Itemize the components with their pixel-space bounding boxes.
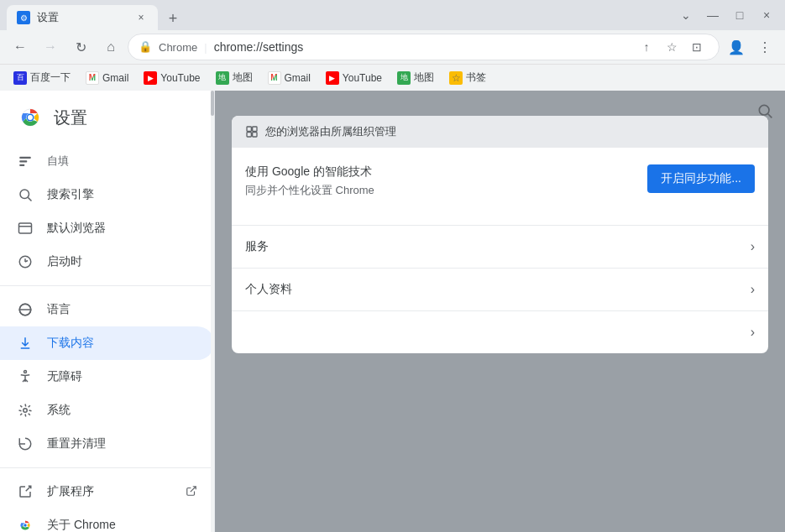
sidebar-item-startup[interactable]: 启动时 [0,245,214,279]
language-icon [17,301,34,318]
bookmark-gmail2-label: Gmail [285,72,311,84]
main-area: 设置 自填 搜索引擎 默认浏览器 [0,91,785,532]
system-label: 系统 [47,403,71,418]
sidebar-item-reset[interactable]: 重置并清理 [0,427,214,461]
autofill-label: 自填 [47,154,69,169]
language-label: 语言 [47,302,71,317]
minimize-button[interactable]: — [701,3,725,27]
sidebar-item-downloads[interactable]: 下载内容 [0,326,214,360]
search-engine-label: 搜索引擎 [47,187,94,202]
reset-icon [17,436,34,452]
sidebar-divider-1 [0,285,214,286]
sync-section: 使用 Google 的智能技术 同步并个性化设置 Chrome 开启同步功能..… [232,148,768,226]
bookmark-maps1-favicon: 地 [216,71,229,85]
bookmark-maps1-label: 地图 [233,70,253,85]
bookmark-maps1[interactable]: 地 地图 [209,67,259,88]
svg-rect-25 [247,133,251,137]
sidebar-item-default-browser[interactable]: 默认浏览器 [0,211,214,245]
bookmark-maps2-label: 地图 [414,70,434,85]
accessibility-icon [17,368,34,385]
forward-button[interactable]: → [37,34,64,60]
svg-rect-10 [19,223,32,233]
bookmark-baidu[interactable]: 百 百度一下 [7,67,77,88]
tab-area: ⚙ 设置 × + [7,0,778,30]
sync-subtitle: 同步并个性化设置 Chrome [245,183,374,198]
downloads-label: 下载内容 [47,336,94,351]
bookmark-youtube1[interactable]: ▶ YouTube [137,68,207,88]
nav-right-buttons: 👤 ⋮ [723,34,778,60]
bookmark-baidu-label: 百度一下 [30,70,71,85]
content-area: 您的浏览器由所属组织管理 使用 Google 的智能技术 同步并个性化设置 Ch… [215,91,785,532]
svg-point-21 [759,105,769,115]
sidebar-item-accessibility[interactable]: 无障碍 [0,360,214,394]
refresh-button[interactable]: ↻ [67,34,94,60]
svg-point-4 [28,115,33,120]
bookmark-gmail2[interactable]: M Gmail [261,68,317,88]
svg-point-8 [20,190,29,199]
tab-strip-menu-icon[interactable]: ⌄ [674,3,698,27]
sync-title: 使用 Google 的智能技术 [245,164,374,180]
maximize-button[interactable]: □ [728,3,751,27]
sidebar-divider-2 [0,467,214,468]
bookmark-baidu-favicon: 百 [13,71,27,85]
sidebar-item-search[interactable]: 搜索引擎 [0,178,214,211]
address-bar[interactable]: 🔒 Chrome | chrome://settings ↑ ☆ ⊡ [128,34,720,60]
bookmark-youtube2-label: YouTube [343,72,382,84]
site-label: Chrome [159,41,197,54]
window-controls: ⌄ — □ × [674,3,778,27]
tab-close-button[interactable]: × [134,11,148,24]
more-row[interactable]: › [232,311,768,353]
services-row[interactable]: 服务 › [232,226,768,269]
svg-rect-7 [19,164,24,166]
about-chrome-icon [17,517,34,532]
org-banner: 您的浏览器由所属组织管理 [232,116,768,148]
sidebar-title: 设置 [54,107,87,129]
title-bar: ⚙ 设置 × + ⌄ — □ × [0,0,785,30]
sidebar-item-language[interactable]: 语言 [0,293,214,326]
settings-card: 您的浏览器由所属组织管理 使用 Google 的智能技术 同步并个性化设置 Ch… [232,116,768,353]
new-tab-button[interactable]: + [161,7,185,30]
services-arrow-icon: › [751,239,755,254]
bookmark-youtube2[interactable]: ▶ YouTube [319,68,389,88]
bookmark-bookmarks[interactable]: ☆ 书签 [442,67,493,88]
back-button[interactable]: ← [7,34,34,60]
tab-search-button[interactable]: ⊡ [685,35,709,59]
home-button[interactable]: ⌂ [97,34,124,60]
extensions-external-icon [186,485,197,499]
bookmark-maps2-favicon: 地 [397,71,411,85]
extensions-icon [17,483,34,500]
svg-rect-24 [253,127,257,131]
bookmark-youtube1-favicon: ▶ [144,71,157,85]
sidebar: 设置 自填 搜索引擎 默认浏览器 [0,91,215,532]
system-icon [17,402,34,419]
sidebar-header: 设置 [0,91,214,144]
bookmark-youtube2-favicon: ▶ [326,71,339,85]
sidebar-item-extensions[interactable]: 扩展程序 [0,475,214,509]
settings-tab[interactable]: ⚙ 设置 × [7,5,158,30]
startup-icon [17,253,34,270]
autofill-icon [17,153,34,170]
default-browser-label: 默认浏览器 [47,221,106,236]
menu-button[interactable]: ⋮ [751,34,778,60]
bookmark-button[interactable]: ☆ [660,35,683,59]
bookmark-gmail1[interactable]: M Gmail [79,68,135,88]
profile-row[interactable]: 个人资料 › [232,269,768,311]
bookmark-bookmarks-label: 书签 [466,70,486,85]
profile-button[interactable]: 👤 [723,34,750,60]
sidebar-item-autofill[interactable]: 自填 [0,144,214,178]
bookmark-bookmarks-favicon: ☆ [449,71,463,85]
share-button[interactable]: ↑ [635,35,658,59]
downloads-icon [17,335,34,352]
bookmark-youtube1-label: YouTube [160,72,200,84]
close-button[interactable]: × [755,3,778,27]
profile-arrow-icon: › [751,282,755,297]
svg-line-22 [768,114,772,118]
sync-button[interactable]: 开启同步功能... [647,164,755,193]
bookmark-maps2[interactable]: 地 地图 [390,67,441,88]
reset-label: 重置并清理 [47,436,106,451]
sidebar-item-system[interactable]: 系统 [0,394,214,427]
org-banner-icon [245,125,259,138]
profile-label: 个人资料 [245,282,751,297]
sidebar-item-about[interactable]: 关于 Chrome [0,509,214,532]
extensions-label: 扩展程序 [47,484,94,499]
